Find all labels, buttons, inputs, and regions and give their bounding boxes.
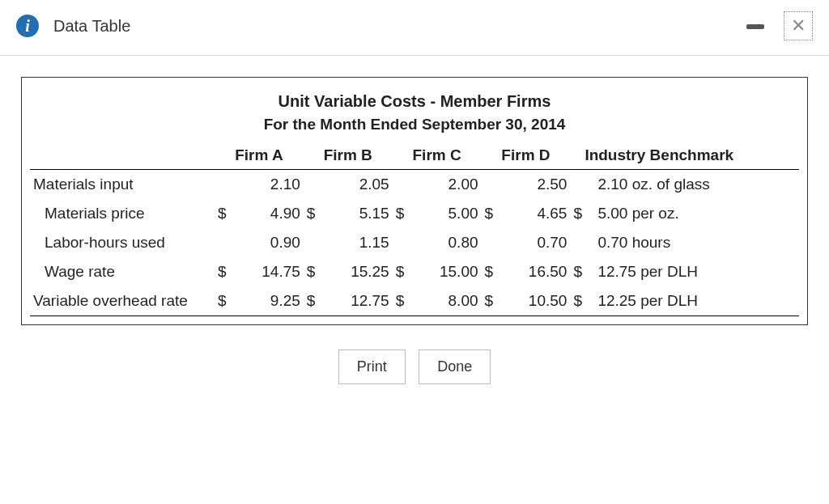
dialog-title: Data Table (53, 17, 130, 36)
cell-value: 15.25 (328, 257, 393, 286)
currency-symbol: $ (482, 257, 506, 286)
currency-symbol: $ (482, 286, 506, 316)
currency-symbol: $ (570, 199, 594, 228)
currency-symbol (570, 170, 594, 200)
currency-symbol (393, 228, 417, 257)
cell-value: 5.00 (417, 199, 482, 228)
col-header: Firm B (304, 142, 393, 170)
table-row: Materials price$4.90$5.15$5.00$4.65$5.00… (30, 199, 799, 228)
col-header: Firm D (482, 142, 571, 170)
cell-value: 2.00 (417, 170, 482, 200)
currency-symbol (393, 170, 417, 200)
minimize-icon[interactable] (746, 24, 764, 29)
benchmark-value: 12.75 per DLH (594, 257, 799, 286)
row-label: Variable overhead rate (30, 286, 215, 316)
close-icon[interactable]: ✕ (784, 11, 813, 40)
table-row: Materials input2.102.052.002.502.10 oz. … (30, 170, 799, 200)
cell-value: 14.75 (239, 257, 304, 286)
currency-symbol: $ (304, 286, 328, 316)
benchmark-value: 0.70 hours (594, 228, 799, 257)
cell-value: 4.90 (239, 199, 304, 228)
table-row: Variable overhead rate$9.25$12.75$8.00$1… (30, 286, 799, 316)
col-header: Industry Benchmark (570, 142, 799, 170)
currency-symbol: $ (304, 199, 328, 228)
cell-value: 2.10 (239, 170, 304, 200)
currency-symbol: $ (304, 257, 328, 286)
cell-value: 15.00 (417, 257, 482, 286)
data-table-dialog: i Data Table ✕ Unit Variable Costs - Mem… (0, 0, 829, 405)
button-row: Print Done (21, 349, 808, 384)
currency-symbol (215, 170, 239, 200)
cell-value: 2.05 (328, 170, 393, 200)
table-container: Unit Variable Costs - Member Firms For t… (21, 77, 808, 325)
benchmark-value: 12.25 per DLH (594, 286, 799, 316)
row-label: Materials input (30, 170, 215, 200)
currency-symbol: $ (215, 286, 239, 316)
currency-symbol (570, 228, 594, 257)
table-title: Unit Variable Costs - Member Firms (30, 92, 799, 111)
cell-value: 5.15 (328, 199, 393, 228)
currency-symbol (215, 228, 239, 257)
col-header: Firm C (393, 142, 482, 170)
cell-value: 4.65 (506, 199, 571, 228)
row-label: Wage rate (30, 257, 215, 286)
currency-symbol (304, 170, 328, 200)
cell-value: 16.50 (506, 257, 571, 286)
currency-symbol: $ (215, 257, 239, 286)
data-table: Firm A Firm B Firm C Firm D Industry Ben… (30, 142, 799, 316)
info-icon: i (16, 15, 39, 37)
cell-value: 8.00 (417, 286, 482, 316)
cell-value: 9.25 (239, 286, 304, 316)
currency-symbol (482, 170, 506, 200)
cell-value: 10.50 (506, 286, 571, 316)
table-row: Wage rate$14.75$15.25$15.00$16.50$12.75 … (30, 257, 799, 286)
dialog-content: Unit Variable Costs - Member Firms For t… (0, 56, 829, 405)
done-button[interactable]: Done (419, 349, 491, 384)
row-label: Labor-hours used (30, 228, 215, 257)
currency-symbol: $ (570, 257, 594, 286)
row-label: Materials price (30, 199, 215, 228)
cell-value: 0.80 (417, 228, 482, 257)
cell-value: 0.70 (506, 228, 571, 257)
table-row: Labor-hours used0.901.150.800.700.70 hou… (30, 228, 799, 257)
cell-value: 0.90 (239, 228, 304, 257)
currency-symbol: $ (215, 199, 239, 228)
currency-symbol (304, 228, 328, 257)
currency-symbol: $ (393, 199, 417, 228)
print-button[interactable]: Print (338, 349, 406, 384)
table-subtitle: For the Month Ended September 30, 2014 (30, 116, 799, 133)
cell-value: 2.50 (506, 170, 571, 200)
col-header: Firm A (215, 142, 304, 170)
dialog-header: i Data Table ✕ (0, 0, 829, 56)
currency-symbol: $ (393, 286, 417, 316)
table-header-row: Firm A Firm B Firm C Firm D Industry Ben… (30, 142, 799, 170)
currency-symbol: $ (570, 286, 594, 316)
currency-symbol: $ (393, 257, 417, 286)
cell-value: 12.75 (328, 286, 393, 316)
cell-value: 1.15 (328, 228, 393, 257)
benchmark-value: 2.10 oz. of glass (594, 170, 799, 200)
currency-symbol: $ (482, 199, 506, 228)
benchmark-value: 5.00 per oz. (594, 199, 799, 228)
currency-symbol (482, 228, 506, 257)
